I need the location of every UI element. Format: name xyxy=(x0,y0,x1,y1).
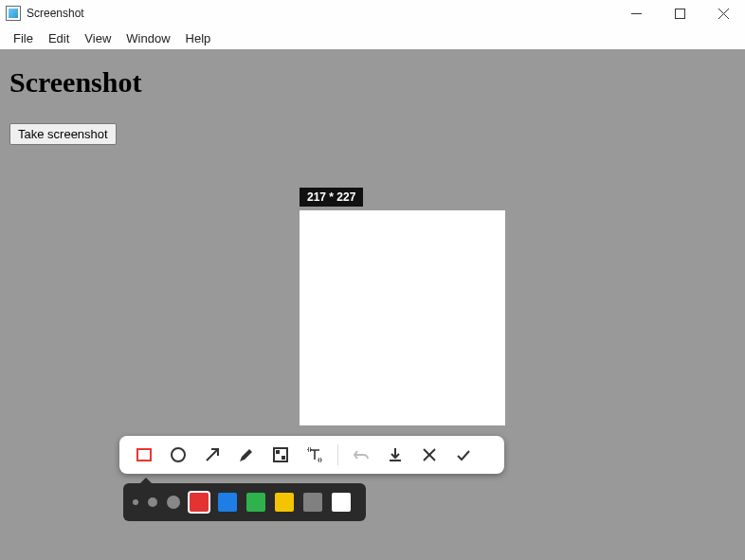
toolbar-separator xyxy=(337,444,338,465)
color-swatch-white[interactable] xyxy=(332,493,351,512)
svg-rect-8 xyxy=(276,450,280,454)
stroke-size-small[interactable] xyxy=(133,499,138,505)
svg-rect-9 xyxy=(282,456,285,460)
tool-rectangle[interactable] xyxy=(127,438,161,472)
window-controls xyxy=(614,0,745,27)
action-download[interactable] xyxy=(378,438,412,472)
tool-arrow[interactable] xyxy=(195,438,229,472)
action-undo[interactable] xyxy=(344,438,378,472)
svg-rect-10 xyxy=(308,448,311,451)
svg-rect-4 xyxy=(137,449,151,461)
color-swatch-red[interactable] xyxy=(190,493,209,512)
minimize-icon xyxy=(631,9,642,19)
undo-icon xyxy=(353,446,370,463)
app-icon xyxy=(6,6,21,21)
window-title: Screenshot xyxy=(27,7,84,20)
maximize-button[interactable] xyxy=(658,0,701,27)
tool-options-popover xyxy=(123,483,366,521)
ellipse-icon xyxy=(170,446,187,463)
stroke-size-medium[interactable] xyxy=(148,497,157,507)
pen-icon xyxy=(238,446,255,463)
close-icon xyxy=(718,9,729,19)
svg-rect-11 xyxy=(318,459,321,461)
capture-overlay[interactable]: 217 * 227 xyxy=(0,49,745,560)
color-swatch-gray[interactable] xyxy=(303,493,322,512)
tool-mosaic[interactable] xyxy=(263,438,298,472)
svg-line-6 xyxy=(207,449,218,461)
color-swatch-yellow[interactable] xyxy=(275,493,294,512)
check-icon xyxy=(455,446,472,463)
menu-edit[interactable]: Edit xyxy=(41,29,77,47)
menu-view[interactable]: View xyxy=(77,29,118,47)
tool-text[interactable] xyxy=(298,438,332,472)
rectangle-icon xyxy=(136,446,153,463)
maximize-icon xyxy=(675,9,685,19)
titlebar: Screenshot xyxy=(0,0,745,27)
menubar: File Edit View Window Help xyxy=(0,27,745,49)
mosaic-icon xyxy=(272,446,289,463)
minimize-button[interactable] xyxy=(614,0,658,27)
svg-rect-1 xyxy=(675,9,684,18)
selection-size-badge: 217 * 227 xyxy=(300,188,363,207)
menu-window[interactable]: Window xyxy=(118,29,177,47)
text-icon xyxy=(306,446,323,463)
tool-ellipse[interactable] xyxy=(161,438,195,472)
menu-file[interactable]: File xyxy=(6,29,41,47)
stroke-size-large[interactable] xyxy=(167,496,180,509)
action-confirm[interactable] xyxy=(446,438,481,472)
close-icon xyxy=(422,447,437,462)
tool-pen[interactable] xyxy=(229,438,263,472)
menu-help[interactable]: Help xyxy=(178,29,219,47)
close-button[interactable] xyxy=(701,0,745,27)
color-swatch-blue[interactable] xyxy=(218,493,237,512)
arrow-icon xyxy=(204,446,221,463)
action-cancel[interactable] xyxy=(412,438,446,472)
capture-selection[interactable] xyxy=(300,210,505,425)
svg-point-5 xyxy=(172,448,185,461)
color-swatch-green[interactable] xyxy=(246,493,265,512)
annotation-toolbar xyxy=(119,436,504,474)
download-icon xyxy=(387,446,404,463)
